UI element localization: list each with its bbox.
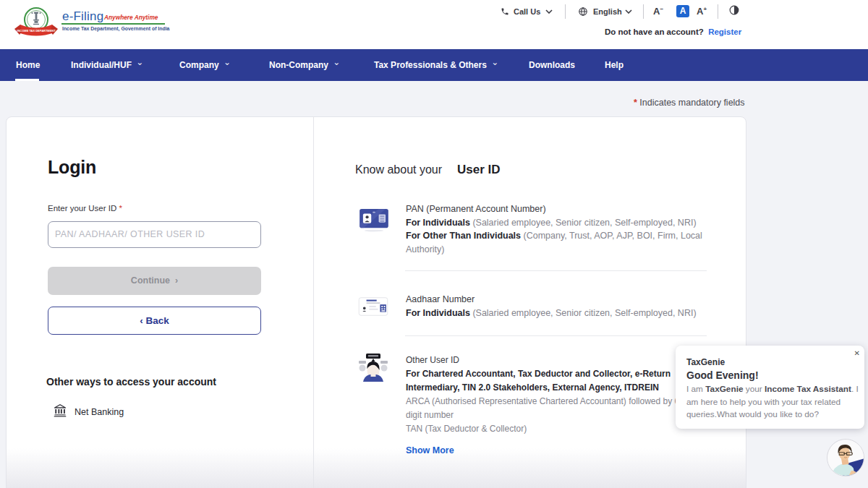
svg-text:INCOME TAX DEPARTMENT: INCOME TAX DEPARTMENT bbox=[17, 29, 56, 33]
